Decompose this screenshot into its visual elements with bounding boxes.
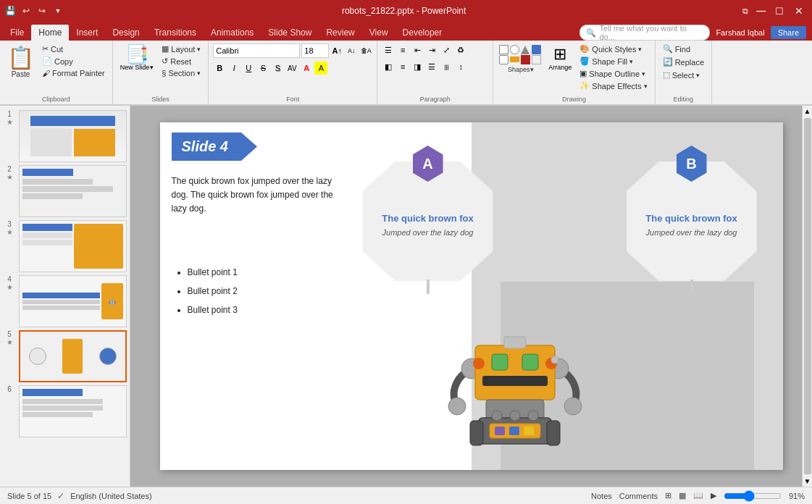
scroll-thumb[interactable] — [804, 118, 811, 474]
zoom-slider[interactable] — [724, 490, 782, 502]
share-button[interactable]: Share — [771, 26, 806, 39]
spacing-button[interactable]: AV — [285, 62, 298, 75]
slide-thumbnail-4[interactable]: 4 ★ 🤖 — [3, 275, 127, 327]
arrange-label: Arrange — [548, 64, 572, 71]
strikethrough-button[interactable]: S — [256, 62, 269, 75]
tab-home[interactable]: Home — [31, 25, 69, 41]
slide-thumbnail-6[interactable]: 6 — [3, 385, 127, 437]
highlight-button[interactable]: A — [314, 62, 327, 75]
font-name-input[interactable] — [213, 43, 300, 58]
format-painter-button[interactable]: 🖌 Format Painter — [39, 68, 108, 78]
clear-format-button[interactable]: 🗑A — [359, 44, 372, 57]
text-direction-button[interactable]: ⤢ — [440, 43, 453, 56]
slide-thumbnail-5[interactable]: 5 ★ — [3, 330, 127, 382]
search-icon: 🔍 — [586, 28, 596, 38]
save-icon[interactable]: 💾 — [4, 5, 16, 17]
columns-button[interactable]: ⫼ — [440, 60, 453, 73]
svg-rect-11 — [504, 337, 526, 348]
increase-font-button[interactable]: A↑ — [330, 44, 343, 57]
justify-button[interactable]: ☰ — [425, 60, 438, 73]
italic-button[interactable]: I — [227, 62, 240, 75]
hex-a-sub: Jumped over the lazy dog — [382, 228, 474, 237]
quick-styles-button[interactable]: 🎨 Quick Styles▾ — [577, 43, 650, 54]
view-reading-icon[interactable]: 📖 — [693, 491, 703, 500]
tab-design[interactable]: Design — [105, 25, 146, 41]
tab-transitions[interactable]: Transitions — [147, 25, 204, 41]
restore-icon[interactable]: ⧉ — [740, 7, 751, 16]
bullet-list-button[interactable]: ☰ — [382, 43, 395, 56]
numbered-list-button[interactable]: ≡ — [396, 43, 409, 56]
reset-button[interactable]: ↺ Reset — [159, 56, 204, 67]
callout-b: B The quick brown fox Jumped over the la… — [627, 161, 757, 281]
format-painter-icon: 🖌 — [42, 69, 50, 77]
font-color-button[interactable]: A — [300, 62, 313, 75]
section-button[interactable]: § Section▾ — [159, 68, 204, 78]
decrease-font-button[interactable]: A↓ — [345, 44, 358, 57]
select-button[interactable]: ⬚ Select▾ — [660, 70, 707, 80]
replace-button[interactable]: 🔄 Replace — [660, 56, 707, 67]
increase-indent-button[interactable]: ⇥ — [425, 43, 438, 56]
arrange-button[interactable]: ⊞ Arrange — [545, 43, 574, 72]
shapes-button[interactable]: Shapes▾ — [498, 43, 543, 75]
undo-icon[interactable]: ↩ — [20, 5, 32, 17]
underline-button[interactable]: U — [242, 62, 255, 75]
view-slideshow-icon[interactable]: ▶ — [711, 491, 716, 500]
shape-outline-button[interactable]: ▣ Shape Outline▾ — [577, 68, 650, 79]
slide-thumbnail-2[interactable]: 2 ★ — [3, 165, 127, 217]
maximize-icon[interactable]: ☐ — [771, 6, 788, 17]
tab-file[interactable]: File — [3, 25, 31, 41]
svg-rect-7 — [522, 354, 538, 370]
notes-button[interactable]: Notes — [591, 492, 612, 500]
view-slide-icon[interactable]: ▦ — [679, 491, 686, 500]
shape-effects-button[interactable]: ✨ Shape Effects▾ — [577, 80, 650, 91]
find-icon: 🔍 — [663, 44, 673, 54]
cut-button[interactable]: ✂ Cut — [39, 43, 108, 54]
slide-thumbnail-1[interactable]: 1 ★ — [3, 110, 127, 162]
shadow-button[interactable]: S — [271, 62, 284, 75]
comments-button[interactable]: Comments — [619, 492, 658, 500]
scroll-up-button[interactable]: ▲ — [803, 106, 812, 117]
copy-button[interactable]: 📄 Copy — [39, 56, 108, 67]
redo-icon[interactable]: ↪ — [36, 5, 48, 17]
tell-me-input[interactable]: 🔍 Tell me what you want to do... — [579, 25, 710, 41]
slide-thumbnail-3[interactable]: 3 ★ — [3, 220, 127, 272]
slides-group-label: Slides — [113, 96, 209, 103]
close-icon[interactable]: ✕ — [789, 5, 809, 17]
decrease-indent-button[interactable]: ⇤ — [411, 43, 424, 56]
tab-review[interactable]: Review — [319, 25, 361, 41]
convert-smartart-button[interactable]: ♻ — [454, 43, 467, 56]
reset-icon: ↺ — [162, 56, 168, 66]
align-left-button[interactable]: ◧ — [382, 60, 395, 73]
align-right-button[interactable]: ◨ — [411, 60, 424, 73]
tab-slideshow[interactable]: Slide Show — [261, 25, 319, 41]
svg-rect-4 — [475, 345, 555, 400]
zoom-level: 91% — [789, 492, 805, 500]
new-slide-button[interactable]: 📑 New Slide▾ — [117, 43, 157, 72]
font-size-input[interactable] — [301, 43, 329, 58]
tab-animations[interactable]: Animations — [204, 25, 261, 41]
line-spacing-button[interactable]: ↕ — [454, 60, 467, 73]
main-area: 1 ★ 2 ★ — [0, 106, 812, 487]
customize-qat-icon[interactable]: ▼ — [52, 5, 64, 17]
scroll-down-button[interactable]: ▼ — [803, 476, 812, 487]
paste-button[interactable]: 📋 Paste — [4, 43, 37, 80]
find-button[interactable]: 🔍 Find — [660, 43, 707, 54]
tab-insert[interactable]: Insert — [69, 25, 105, 41]
ribbon-group-slides: 📑 New Slide▾ ▦ Layout▾ ↺ Reset § Section… — [113, 41, 209, 104]
slide-num-6: 6 — [7, 385, 12, 393]
bullet-3: Bullet point 3 — [188, 305, 338, 315]
tab-developer[interactable]: Developer — [395, 25, 450, 41]
svg-point-14 — [492, 411, 502, 421]
vertical-scrollbar[interactable]: ▲ ▼ — [802, 106, 812, 487]
ribbon-tabs: File Home Insert Design Transitions Anim… — [0, 22, 812, 41]
view-normal-icon[interactable]: ⊞ — [665, 491, 671, 500]
shape-fill-icon: 🪣 — [579, 56, 590, 66]
align-center-button[interactable]: ≡ — [396, 60, 409, 73]
layout-button[interactable]: ▦ Layout▾ — [159, 43, 204, 54]
slide-title-shape: Slide 4 — [172, 133, 257, 161]
minimize-icon[interactable]: ─ — [752, 4, 770, 17]
bold-button[interactable]: B — [213, 62, 226, 75]
slide-thumb-img-2 — [19, 165, 127, 217]
tab-view[interactable]: View — [362, 25, 395, 41]
shape-fill-button[interactable]: 🪣 Shape Fill▾ — [577, 56, 650, 67]
